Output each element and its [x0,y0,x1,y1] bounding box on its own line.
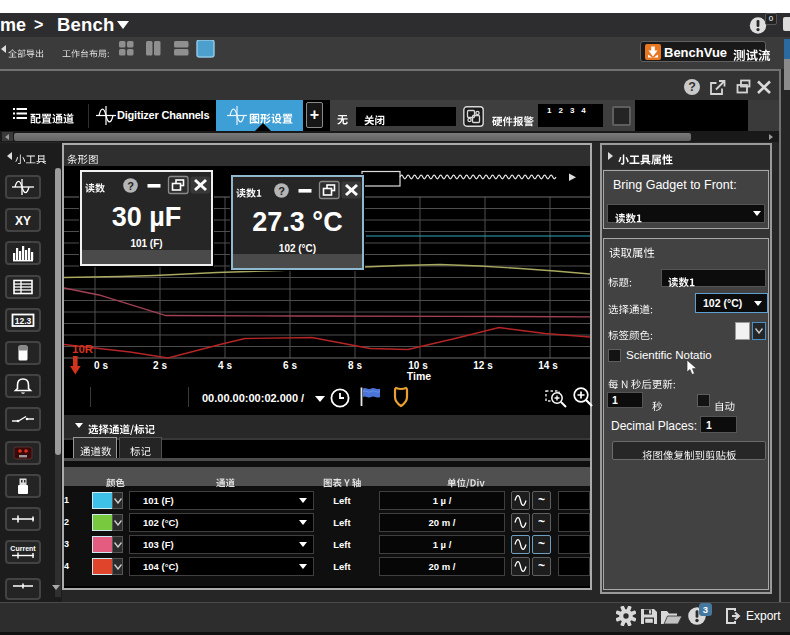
svg-text:?: ? [278,185,285,197]
svg-text:Current: Current [10,545,36,552]
svg-text:?: ? [127,180,134,192]
svg-text:XY: XY [15,214,31,228]
svg-text:10R: 10R [72,343,94,355]
svg-text:12.3: 12.3 [15,316,32,326]
svg-text:?: ? [688,80,696,94]
